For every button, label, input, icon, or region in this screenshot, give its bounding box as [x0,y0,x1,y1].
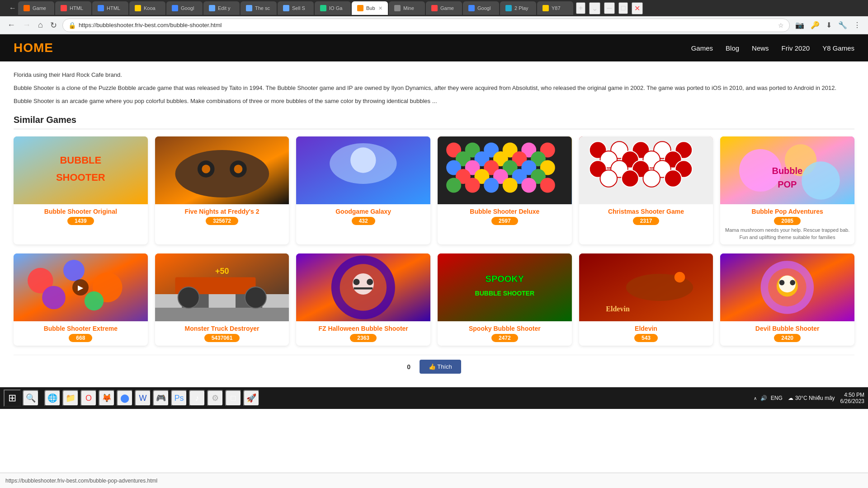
maximize-button[interactable]: □ [618,2,628,14]
close-button[interactable]: ✕ [632,2,643,14]
svg-rect-0 [14,136,148,204]
tab-googl1[interactable]: Googl [166,1,203,15]
clock-time: 4:50 PM [840,392,864,398]
game-card-halloween[interactable]: FZ Halloween Bubble Shooter 2363 [296,253,430,346]
weather-widget: ☁ 30°C Nhiều mây [788,395,835,401]
nav-friv2020[interactable]: Friv 2020 [782,44,810,52]
taskbar-steam-icon[interactable]: ⚙ [207,390,223,406]
game-thumb-devil [720,253,854,321]
nav-games[interactable]: Games [691,44,713,52]
svg-text:POP: POP [778,179,797,189]
game-card-spooky[interactable]: SPOOKY BUBBLE SHOOTER Spooky Bubble Shoo… [438,253,572,346]
toolbar-actions: 📷 🔑 ⬇ 🔧 ⋮ [793,20,863,30]
weather-icon: ☁ [788,395,793,401]
taskbar-roblox-icon[interactable]: □ [225,390,241,406]
svg-point-103 [779,280,785,286]
game-card-christmas[interactable]: Christmas Shooter Game 2317 [579,136,713,244]
game-score-monster-truck: 5437061 [204,334,240,342]
tab-mine[interactable]: Mine [389,1,425,15]
clock-date: 6/26/2023 [840,398,864,404]
svg-text:BUBBLE: BUBBLE [60,155,101,166]
taskbar-files-icon[interactable]: 📁 [62,390,79,406]
game-name-bubble-deluxe: Bubble Shooter Deluxe [441,208,568,215]
nav-news[interactable]: News [752,44,769,52]
start-button[interactable]: ⊞ [4,389,21,407]
site-logo[interactable]: HOME [14,41,53,55]
tab-y87[interactable]: Y87 [537,1,573,15]
tab-bub[interactable]: Bub✕ [352,1,388,15]
weather-text: 30°C Nhiều mây [795,395,835,401]
game-card-devil-bubble[interactable]: Devil Bubble Shooter 2420 [720,253,854,346]
taskbar-opera-icon[interactable]: O [80,390,97,406]
tray-arrow[interactable]: ∧ [754,396,757,401]
tab-kooar[interactable]: Kooa [129,1,165,15]
svg-point-56 [600,170,617,188]
tab-sells[interactable]: Sell S [278,1,314,15]
game-info-bubble-pop: Bubble Pop Adventures 2085 Mama mushroom… [720,204,854,244]
back-button[interactable]: ← [5,19,17,32]
tab-googl2[interactable]: Googl [463,1,499,15]
download-button[interactable]: ⬇ [824,20,834,30]
game-info-bubble-original: Bubble Shooter Original 1439 [14,204,148,229]
svg-point-40 [540,178,555,193]
play-button-extreme[interactable]: ▶ [72,279,89,296]
nav-y8games[interactable]: Y8 Games [822,44,854,52]
home-button[interactable]: ⌂ [36,19,45,32]
tab-edit[interactable]: Edit y [203,1,240,15]
game-info-eldevin: Eldevin 543 [579,321,713,346]
taskbar-ps-icon[interactable]: Ps [171,390,187,406]
taskbar-tiktok-icon[interactable]: ♪ [189,390,205,406]
taskbar-word-icon[interactable]: W [135,390,151,406]
game-info-fnaf2: Five Nights at Freddy's 2 325672 [155,204,289,229]
tab-overflow-button[interactable]: ⌄ [589,2,600,14]
clock[interactable]: 4:50 PM 6/26/2023 [840,392,864,404]
game-score-spooky: 2472 [491,334,518,342]
browser-window: ← Game HTML HTML Kooa Googl Edit y The s… [0,0,868,34]
taskbar-chrome-icon[interactable]: ⬤ [117,390,133,406]
like-button[interactable]: 👍 Thích [420,360,461,374]
tab-game2[interactable]: Game [426,1,462,15]
tab-game1[interactable]: Game [18,1,54,15]
browser-back-tab[interactable]: ← [4,1,17,15]
minimize-button[interactable]: ─ [604,2,614,14]
reload-button[interactable]: ↻ [48,19,59,32]
game-card-monster-truck[interactable]: +50 Monster Truck Destroyer 5437061 [155,253,289,346]
taskbar-edge-icon[interactable]: 🌐 [44,390,61,406]
taskbar-rocket-icon[interactable]: 🚀 [243,390,259,406]
taskbar-firefox-icon[interactable]: 🦊 [99,390,115,406]
nav-blog[interactable]: Blog [726,44,739,52]
password-button[interactable]: 🔑 [809,20,821,30]
game-card-bubble-pop[interactable]: Bubble POP Bubble Pop Adventures 2085 Ma… [720,136,854,244]
tab-html1[interactable]: HTML [55,1,91,15]
new-tab-button[interactable]: + [576,2,585,14]
game-card-eldevin[interactable]: Eldevin Eldevin 543 [579,253,713,346]
tab-html2[interactable]: HTML [92,1,128,15]
svg-point-7 [202,165,210,174]
game-card-bubble-deluxe[interactable]: Bubble Shooter Deluxe 2597 [438,136,572,244]
star-icon[interactable]: ☆ [778,22,784,29]
desc-line1: Florida using their Hard Rock Cafe brand… [14,70,854,80]
extensions-button[interactable]: 🔧 [836,20,849,30]
taskbar-search-button[interactable]: 🔍 [23,390,39,406]
forward-button[interactable]: → [21,19,33,32]
game-card-fnaf2[interactable]: Five Nights at Freddy's 2 325672 [155,136,289,244]
game-name-spooky: Spooky Bubble Shooter [441,325,568,332]
screenshot-button[interactable]: 📷 [793,20,806,30]
address-url[interactable]: https://bubbleshooter.friv-best.com/bubb… [79,22,775,28]
tab-2play[interactable]: 2 Play [500,1,536,15]
site-nav: Games Blog News Friv 2020 Y8 Games [691,44,854,52]
taskbar-pinned-apps: 🌐 📁 O 🦊 ⬤ W 🎮 Ps ♪ ⚙ □ 🚀 [44,390,259,406]
tray-speaker[interactable]: 🔊 [760,395,767,401]
taskbar-game-icon[interactable]: 🎮 [153,390,169,406]
tab-thesc[interactable]: The sc [241,1,277,15]
similar-games-title: Similar Games [14,115,854,129]
menu-button[interactable]: ⋮ [852,20,863,30]
address-bar[interactable]: 🔒 https://bubbleshooter.friv-best.com/bu… [62,19,790,32]
language-indicator[interactable]: ENG [771,395,783,401]
game-card-bubble-original[interactable]: BUBBLE SHOOTER Bubble Shooter Original 1… [14,136,148,244]
game-card-goodgame[interactable]: Goodgame Galaxy 432 [296,136,430,244]
tab-ioga[interactable]: IO Ga [315,1,351,15]
svg-rect-89 [354,287,373,290]
game-name-fnaf2: Five Nights at Freddy's 2 [159,208,286,215]
game-card-bubble-extreme[interactable]: ▶ Bubble Shooter Extreme 668 [14,253,148,346]
